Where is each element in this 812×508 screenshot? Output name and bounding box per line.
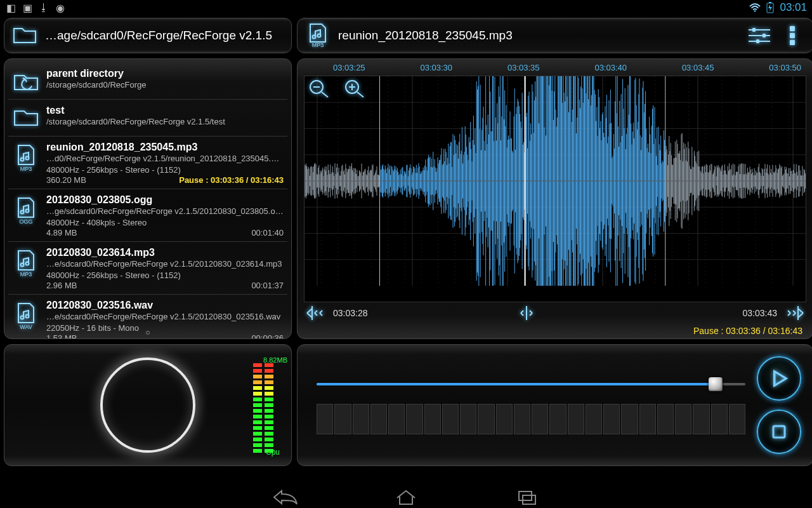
audio-file-icon: MP3 xyxy=(12,247,40,277)
current-file-name: reunion_20120818_235045.mp3 xyxy=(338,29,513,43)
file-size: 360.20 MB xyxy=(46,175,86,185)
item-path: /storage/sdcard0/RecForge xyxy=(46,79,284,91)
svg-line-27 xyxy=(357,92,363,97)
file-ext: MP3 xyxy=(20,166,32,172)
zoom-out-button[interactable] xyxy=(308,78,331,101)
svg-rect-12 xyxy=(790,26,795,31)
time-ruler: 03:03:25 03:03:30 03:03:35 03:03:40 03:0… xyxy=(304,62,806,74)
svg-point-21 xyxy=(21,316,24,319)
svg-rect-13 xyxy=(790,33,795,38)
back-button[interactable] xyxy=(273,489,298,505)
file-meta: 22050Hz - 16 bits - Mono xyxy=(46,323,284,334)
svg-line-24 xyxy=(322,92,328,97)
file-name: reunion_20120818_235045.mp3 xyxy=(46,142,284,153)
folder-item[interactable]: test /storage/sdcard0/RecForge/RecForge … xyxy=(8,100,287,137)
file-size: 4.89 MB xyxy=(46,228,77,237)
file-path: …ge/sdcard0/RecForge/RecForge v2.1.5/201… xyxy=(46,206,284,217)
svg-rect-737 xyxy=(773,426,785,438)
file-meta: 48000Hz - 256kbps - Stereo - (1152) xyxy=(46,270,284,281)
playback-status: Pause : 03:03:36 / 03:16:43 xyxy=(304,324,806,336)
status-icon-download: ⭳ xyxy=(38,2,49,13)
status-icon-file: ▣ xyxy=(22,2,33,13)
tick: 03:03:50 xyxy=(769,63,801,74)
vu-meter-left xyxy=(253,359,262,453)
item-title: parent directory xyxy=(46,68,284,79)
file-ext: MP3 xyxy=(20,271,32,277)
play-button[interactable] xyxy=(757,356,801,401)
mp3-file-icon: MP3 xyxy=(305,23,331,48)
home-button[interactable] xyxy=(393,489,419,505)
current-path: …age/sdcard0/RecForge/RecForge v2.1.5 xyxy=(45,29,272,43)
audio-file-item[interactable]: OGG 20120830_023805.ogg …ge/sdcard0/RecF… xyxy=(8,189,287,242)
marker-right-time: 03:03:43 xyxy=(743,308,778,318)
file-path: …d0/RecForge/RecForge v2.1.5/reunion_201… xyxy=(46,153,284,164)
svg-point-22 xyxy=(26,315,29,318)
svg-point-0 xyxy=(754,10,756,12)
segment-bar[interactable] xyxy=(317,404,745,434)
clock: 03:01 xyxy=(780,1,807,14)
marker-left-button[interactable] xyxy=(305,302,327,324)
svg-text:MP3: MP3 xyxy=(312,42,324,48)
status-icon-generic: ◧ xyxy=(5,2,16,13)
zoom-in-button[interactable] xyxy=(343,78,366,101)
svg-point-4 xyxy=(318,34,321,37)
file-duration: 00:00:36 xyxy=(251,333,284,339)
menu-button[interactable] xyxy=(780,23,805,48)
audio-file-icon: MP3 xyxy=(12,142,40,172)
file-ext: WAV xyxy=(20,324,32,330)
meter-panel: 8.82MB Cpu xyxy=(4,344,292,466)
file-size: 2.96 MB xyxy=(46,281,77,290)
file-path: …e/sdcard0/RecForge/RecForge v2.1.5/2012… xyxy=(46,258,284,270)
audio-file-item[interactable]: MP3 20120830_023614.mp3 …e/sdcard0/RecFo… xyxy=(8,242,287,295)
svg-point-19 xyxy=(21,264,24,267)
wifi-icon xyxy=(749,2,761,13)
android-status-bar: ◧ ▣ ⭳ ◉ 03:01 xyxy=(0,0,812,15)
stop-button[interactable] xyxy=(757,410,801,454)
folder-icon xyxy=(12,105,40,129)
tick: 03:03:30 xyxy=(420,63,452,74)
tick: 03:03:45 xyxy=(682,63,714,74)
scroll-indicator xyxy=(146,331,150,335)
svg-point-20 xyxy=(26,262,29,265)
svg-rect-9 xyxy=(752,28,756,32)
equalizer-button[interactable] xyxy=(747,23,772,48)
file-size: 1.53 MB xyxy=(46,333,77,339)
player-title-bar: MP3 reunion_20120818_235045.mp3 xyxy=(297,18,812,53)
marker-right-button[interactable] xyxy=(783,302,805,324)
waveform-panel: 03:03:25 03:03:30 03:03:35 03:03:40 03:0… xyxy=(297,58,812,339)
audio-file-item[interactable]: MP3 reunion_20120818_235045.mp3 …d0/RecF… xyxy=(8,137,287,189)
tick: 03:03:35 xyxy=(508,63,540,74)
file-status: Pause : 03:03:36 / 03:16:43 xyxy=(179,175,284,185)
transport-panel xyxy=(297,344,812,466)
cpu-label: Cpu xyxy=(266,448,280,457)
audio-file-icon: WAV xyxy=(12,300,40,330)
svg-point-3 xyxy=(313,36,316,39)
file-name: 20120830_023614.mp3 xyxy=(46,247,284,258)
record-button[interactable] xyxy=(100,358,195,453)
folder-up-icon xyxy=(12,68,40,93)
svg-point-17 xyxy=(21,211,24,214)
seek-thumb[interactable] xyxy=(709,377,723,391)
recent-apps-button[interactable] xyxy=(514,489,539,505)
browser-path-bar[interactable]: …age/sdcard0/RecForge/RecForge v2.1.5 xyxy=(4,18,292,53)
marker-center-button[interactable] xyxy=(516,302,537,324)
svg-rect-14 xyxy=(790,40,795,45)
file-name: 20120830_023516.wav xyxy=(46,300,284,311)
parent-directory-item[interactable]: parent directory /storage/sdcard0/RecFor… xyxy=(8,63,287,100)
battery-charging-icon xyxy=(764,2,776,13)
marker-left-time: 03:03:28 xyxy=(333,308,368,318)
file-ext: OGG xyxy=(19,218,32,225)
vu-meter-right xyxy=(265,359,273,453)
file-name: 20120830_023805.ogg xyxy=(46,194,284,206)
seek-bar[interactable] xyxy=(317,376,745,392)
status-icon-android: ◉ xyxy=(55,2,66,13)
svg-rect-11 xyxy=(756,39,759,43)
file-duration: 00:01:37 xyxy=(251,281,284,290)
file-path: …e/sdcard0/RecForge/RecForge v2.1.5/2012… xyxy=(46,311,284,323)
svg-point-16 xyxy=(26,157,29,160)
svg-rect-2 xyxy=(769,2,771,3)
file-browser: parent directory /storage/sdcard0/RecFor… xyxy=(4,58,292,339)
android-nav-bar xyxy=(0,488,812,507)
item-title: test xyxy=(46,105,284,116)
waveform-display[interactable] xyxy=(304,76,806,302)
